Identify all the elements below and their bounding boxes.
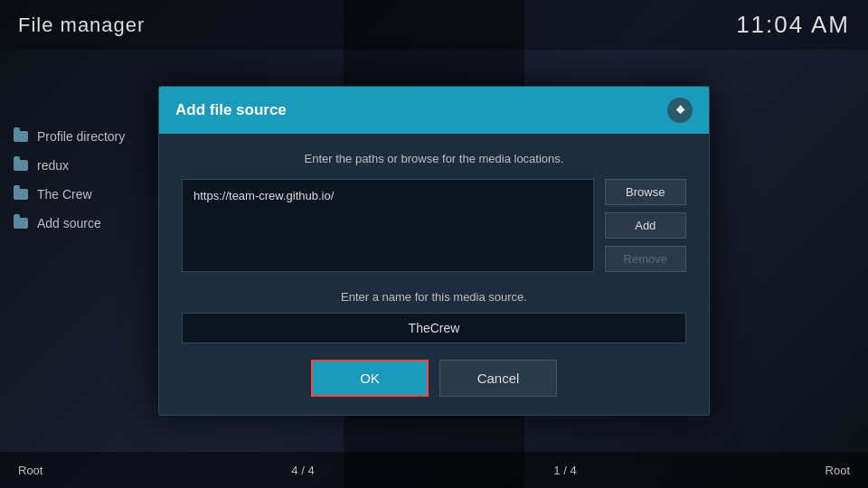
action-buttons: OK Cancel [182, 360, 686, 397]
footer-pagination-left: 4 / 4 [172, 464, 434, 477]
footer-left-label: Root [18, 464, 172, 477]
cancel-button[interactable]: Cancel [439, 360, 557, 397]
url-value: https://team-crew.github.io/ [193, 189, 334, 202]
browse-button[interactable]: Browse [605, 179, 686, 205]
name-instruction: Enter a name for this media source. [182, 290, 686, 304]
dialog-overlay: Add file source ❖ Enter the paths or bro… [0, 50, 868, 452]
clock: 11:04 AM [736, 11, 850, 39]
url-buttons: Browse Add Remove [605, 179, 686, 272]
remove-button[interactable]: Remove [605, 246, 686, 272]
footer-right-label: Root [696, 464, 850, 477]
dialog-title: Add file source [175, 101, 287, 119]
kodi-logo-icon: ❖ [667, 98, 693, 123]
dialog-header: Add file source ❖ [159, 87, 709, 134]
ok-button[interactable]: OK [311, 360, 429, 397]
footer-pagination-right: 1 / 4 [434, 464, 696, 477]
footer: Root 4 / 4 1 / 4 Root [0, 452, 868, 488]
url-input-area[interactable]: https://team-crew.github.io/ [182, 179, 594, 272]
add-button[interactable]: Add [605, 212, 686, 239]
media-source-name-value: TheCrew [409, 321, 460, 335]
header: File manager 11:04 AM [0, 0, 868, 50]
dialog-body: Enter the paths or browse for the media … [159, 134, 709, 415]
media-source-name-input[interactable]: TheCrew [182, 313, 686, 343]
add-file-source-dialog: Add file source ❖ Enter the paths or bro… [158, 86, 710, 416]
app-title: File manager [18, 14, 145, 37]
url-section: https://team-crew.github.io/ Browse Add … [182, 179, 686, 272]
path-instruction: Enter the paths or browse for the media … [182, 152, 686, 165]
